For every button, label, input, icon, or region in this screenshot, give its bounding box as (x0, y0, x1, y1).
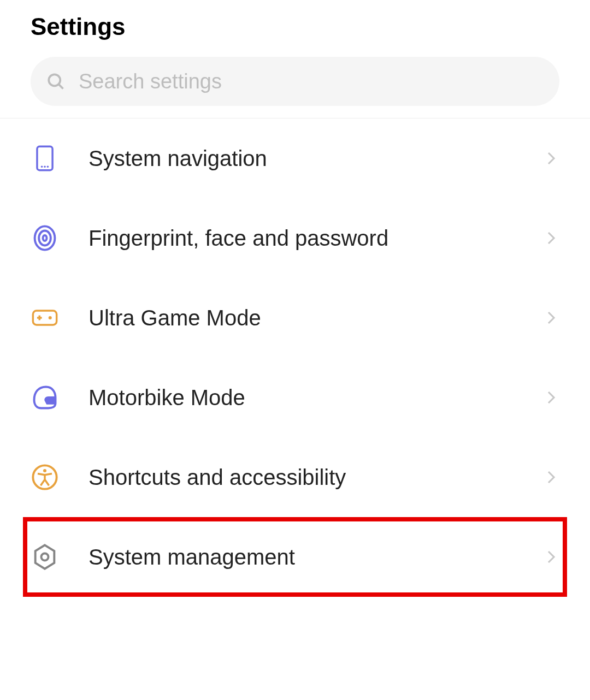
chevron-right-icon (543, 549, 559, 565)
settings-item-label: Fingerprint, face and password (88, 226, 543, 251)
settings-item-shortcuts-accessibility[interactable]: Shortcuts and accessibility (0, 437, 590, 517)
settings-item-label: System management (88, 545, 543, 570)
svg-point-0 (49, 74, 60, 86)
settings-item-system-navigation[interactable]: System navigation (0, 118, 590, 198)
svg-point-8 (43, 235, 47, 241)
svg-point-15 (42, 554, 49, 561)
search-input[interactable] (66, 70, 544, 93)
header: Settings (0, 0, 590, 57)
svg-point-7 (39, 231, 51, 246)
page-title: Settings (31, 13, 559, 40)
search-box[interactable] (31, 57, 559, 106)
settings-item-system-management[interactable]: System management (23, 517, 567, 597)
search-container (0, 57, 590, 118)
gear-hex-icon (31, 543, 59, 571)
svg-point-12 (49, 316, 52, 319)
svg-point-4 (44, 165, 45, 167)
chevron-right-icon (543, 150, 559, 167)
helmet-icon (31, 383, 59, 412)
search-icon (46, 72, 66, 91)
chevron-right-icon (543, 389, 559, 406)
settings-item-label: Motorbike Mode (88, 385, 543, 410)
svg-point-5 (47, 165, 49, 167)
settings-item-label: Ultra Game Mode (88, 306, 543, 330)
chevron-right-icon (543, 469, 559, 485)
gamepad-icon (31, 304, 59, 332)
svg-line-1 (59, 85, 63, 89)
fingerprint-icon (31, 224, 59, 252)
svg-rect-9 (33, 311, 56, 325)
phone-icon (31, 144, 59, 173)
settings-item-ultra-game-mode[interactable]: Ultra Game Mode (0, 278, 590, 358)
settings-item-motorbike-mode[interactable]: Motorbike Mode (0, 358, 590, 437)
settings-item-label: System navigation (88, 146, 543, 171)
settings-list: System navigation Fingerprint, face and … (0, 118, 590, 597)
chevron-right-icon (543, 310, 559, 326)
chevron-right-icon (543, 230, 559, 246)
accessibility-icon (31, 463, 59, 491)
settings-item-fingerprint-face-password[interactable]: Fingerprint, face and password (0, 198, 590, 278)
svg-point-14 (43, 469, 46, 472)
settings-item-label: Shortcuts and accessibility (88, 465, 543, 490)
svg-point-3 (41, 165, 43, 167)
